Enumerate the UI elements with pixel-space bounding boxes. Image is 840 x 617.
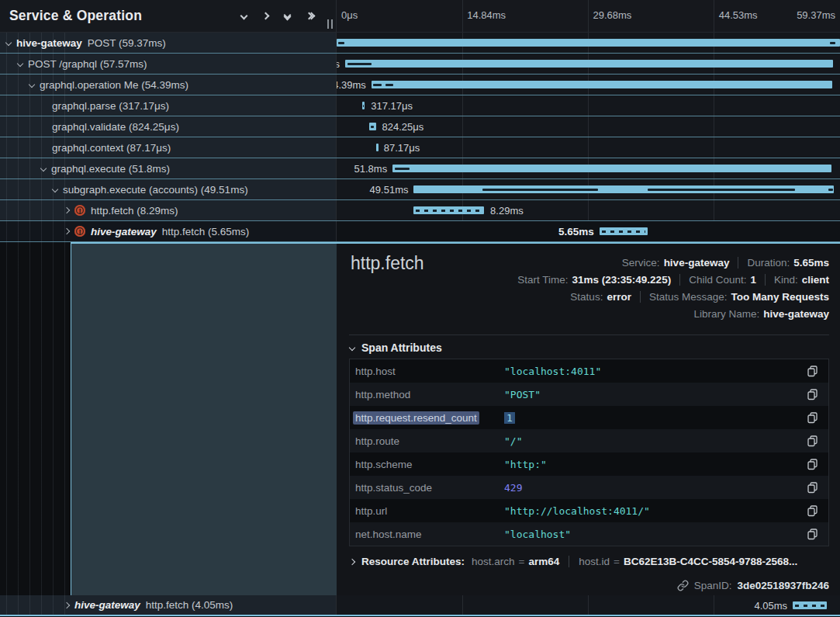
ruler-tick: 0μs	[341, 9, 358, 21]
selected-span-block	[71, 242, 337, 595]
span-duration-label: 57.57ms	[336, 58, 340, 70]
span-bar[interactable]	[793, 601, 827, 609]
attribute-value: "localhost:4011"	[504, 366, 805, 377]
attribute-value: 429	[504, 482, 805, 494]
span-row-timeline-cell[interactable]: 4.05ms	[336, 595, 840, 615]
attribute-key: http.method	[355, 389, 504, 400]
attribute-row: http.route"/"	[350, 429, 828, 452]
ruler-tick: 44.53ms	[719, 9, 758, 21]
copy-icon[interactable]	[805, 434, 819, 448]
chevron-down-icon	[349, 345, 355, 351]
detail-meta-item: Status:error	[570, 291, 631, 303]
attribute-key: http.url	[355, 505, 504, 517]
panel-resize-handle[interactable]	[327, 19, 334, 29]
chevron-down-icon[interactable]	[5, 40, 12, 46]
span-row-timeline-cell[interactable]: 8.29ms	[336, 200, 840, 220]
span-row-label-cell[interactable]: hive-gatewayhttp.fetch (4.05ms)	[0, 595, 336, 615]
detail-meta-line: Status:errorStatus Message:Too Many Requ…	[517, 288, 829, 305]
double-chevron-right-icon[interactable]	[306, 13, 314, 19]
span-attributes-table: http.host"localhost:4011"http.method"POS…	[349, 359, 829, 546]
copy-icon[interactable]	[805, 387, 819, 401]
resource-attribute-item: host.arch=arm64	[472, 556, 559, 567]
span-row[interactable]: hive-gatewayPOST (59.37ms)	[0, 33, 840, 54]
chevron-right-icon[interactable]	[263, 13, 268, 19]
span-bar[interactable]	[345, 60, 833, 68]
span-duration-label: 5.65ms	[558, 226, 594, 237]
span-row-label-cell[interactable]: POST /graphql (57.57ms)	[0, 54, 336, 74]
span-row-label-cell[interactable]: graphql.validate (824.25μs)	[0, 116, 336, 137]
span-bar[interactable]	[372, 81, 833, 88]
tree-header-icons	[241, 12, 314, 19]
span-row[interactable]: !hive-gatewayhttp.fetch (5.65ms)5.65ms	[0, 221, 840, 242]
detail-meta-item: Library Name:hive-gateway	[693, 308, 829, 320]
span-row-timeline-cell[interactable]	[336, 33, 840, 53]
span-row[interactable]: graphql.operation Me (54.39ms)54.39ms	[0, 75, 840, 95]
copy-icon[interactable]	[805, 504, 819, 518]
chevron-down-icon[interactable]	[241, 13, 247, 19]
span-row[interactable]: graphql.parse (317.17μs)317.17μs	[0, 95, 840, 116]
copy-icon[interactable]	[805, 457, 819, 471]
span-row-timeline-cell[interactable]: 5.65ms	[336, 221, 840, 241]
span-row[interactable]: graphql.execute (51.8ms)51.8ms	[0, 158, 840, 179]
span-bar-segment	[648, 189, 795, 191]
chevron-down-icon[interactable]	[52, 186, 58, 192]
span-row[interactable]: graphql.context (87.17μs)87.17μs	[0, 137, 840, 158]
span-bar-segment	[830, 42, 835, 44]
span-service-name: hive-gateway	[74, 599, 140, 611]
span-row-label-cell[interactable]: !hive-gatewayhttp.fetch (5.65ms)	[0, 221, 336, 241]
timeline-ruler: 0μs14.84ms29.68ms44.53ms59.37ms	[336, 0, 840, 33]
span-row-timeline-cell[interactable]: 49.51ms	[336, 179, 840, 199]
span-row-label-cell[interactable]: !http.fetch (8.29ms)	[0, 200, 336, 220]
span-row[interactable]: !http.fetch (8.29ms)8.29ms	[0, 200, 840, 221]
span-row-label-cell[interactable]: graphql.parse (317.17μs)	[0, 95, 336, 116]
span-bar[interactable]	[362, 102, 365, 109]
span-row-label-cell[interactable]: graphql.context (87.17μs)	[0, 137, 336, 158]
attribute-row: http.host"localhost:4011"	[350, 359, 828, 383]
span-bar[interactable]	[337, 39, 840, 47]
span-operation-name: graphql.validate (824.25μs)	[52, 121, 179, 133]
span-operation-name: graphql.parse (317.17μs)	[52, 100, 169, 112]
span-row-label-cell[interactable]: graphql.operation Me (54.39ms)	[0, 75, 336, 95]
span-row-timeline-cell[interactable]: 87.17μs	[336, 137, 840, 158]
span-row[interactable]: graphql.validate (824.25μs)824.25μs	[0, 116, 840, 137]
copy-icon[interactable]	[805, 527, 819, 541]
span-row[interactable]: POST /graphql (57.57ms)57.57ms	[0, 54, 840, 75]
span-duration-label: 824.25μs	[382, 121, 424, 133]
span-row[interactable]: subgraph.execute (accounts) (49.51ms)49.…	[0, 179, 840, 200]
span-row[interactable]: hive-gatewayhttp.fetch (4.05ms)4.05ms	[0, 595, 840, 616]
span-bar-segment	[828, 189, 833, 191]
span-bar[interactable]	[413, 185, 833, 193]
span-row-timeline-cell[interactable]: 54.39ms	[336, 75, 840, 95]
attribute-key: http.route	[355, 435, 504, 447]
span-row-timeline-cell[interactable]: 317.17μs	[336, 95, 840, 116]
span-row-timeline-cell[interactable]: 51.8ms	[336, 158, 840, 179]
copy-icon[interactable]	[805, 480, 819, 494]
span-row-label-cell[interactable]: subgraph.execute (accounts) (49.51ms)	[0, 179, 336, 199]
chevron-right-icon[interactable]	[64, 228, 70, 234]
chevron-down-icon[interactable]	[17, 61, 23, 67]
span-attributes-header[interactable]: Span Attributes	[350, 341, 442, 354]
resource-attributes-row[interactable]: Resource Attributes: host.arch=arm64host…	[350, 556, 829, 567]
chevron-right-icon[interactable]	[64, 207, 70, 213]
link-icon[interactable]	[677, 580, 689, 591]
span-row-timeline-cell[interactable]: 824.25μs	[336, 116, 840, 137]
chevron-down-icon[interactable]	[29, 81, 35, 88]
span-operation-name: POST (59.37ms)	[88, 37, 166, 49]
span-row-label-cell[interactable]: hive-gatewayPOST (59.37ms)	[0, 33, 336, 53]
span-bar[interactable]	[600, 227, 648, 235]
chevron-down-icon[interactable]	[40, 165, 47, 172]
chevron-right-icon[interactable]	[64, 601, 70, 608]
span-row-label-cell[interactable]: graphql.execute (51.8ms)	[0, 158, 336, 179]
span-bar[interactable]	[369, 123, 376, 130]
copy-icon[interactable]	[805, 411, 819, 425]
span-bar[interactable]	[392, 165, 831, 172]
span-bar[interactable]	[413, 206, 484, 214]
span-bar-segment	[371, 126, 373, 128]
double-chevron-down-icon[interactable]	[285, 12, 290, 19]
span-bar[interactable]	[376, 144, 379, 151]
copy-icon[interactable]	[805, 364, 819, 378]
detail-meta-item: Duration:5.65ms	[738, 257, 829, 269]
span-operation-name: http.fetch (4.05ms)	[146, 599, 233, 611]
span-row-timeline-cell[interactable]: 57.57ms	[336, 54, 840, 74]
span-id-label: SpanID:	[694, 580, 732, 591]
